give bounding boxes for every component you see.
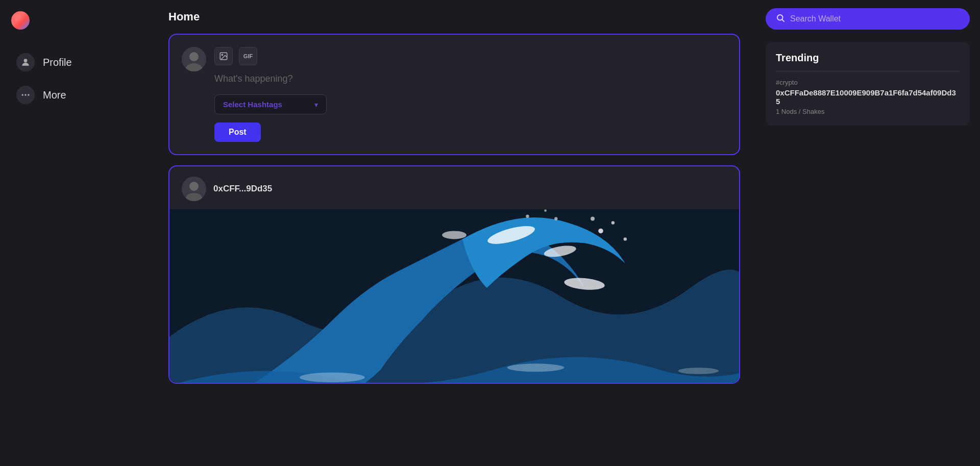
image-upload-button[interactable]	[214, 47, 233, 65]
hashtag-select-dropdown[interactable]: Select Hashtags ▾	[214, 94, 327, 114]
composer-body: GIF What's happening? Select Hashtags ▾ …	[214, 47, 727, 142]
page-title: Home	[168, 10, 740, 23]
search-bar[interactable]	[766, 8, 970, 30]
post-image	[169, 209, 739, 383]
svg-point-21	[554, 217, 557, 220]
post-button[interactable]: Post	[214, 122, 261, 142]
sidebar: Profile More	[0, 0, 153, 466]
composer-placeholder: What's happening?	[214, 73, 293, 84]
logo[interactable]	[10, 10, 31, 31]
svg-point-5	[189, 52, 199, 61]
profile-label: Profile	[43, 57, 72, 68]
search-input[interactable]	[790, 14, 960, 23]
trending-stats: 1 Nods / Shakes	[776, 108, 960, 115]
svg-point-8	[222, 54, 223, 55]
post-header: 0xCFF...9Dd35	[169, 166, 739, 209]
composer-top: GIF What's happening? Select Hashtags ▾ …	[182, 47, 727, 142]
post-author-avatar	[182, 177, 206, 201]
svg-point-16	[442, 231, 467, 239]
svg-point-25	[507, 363, 565, 372]
trending-title: Trending	[776, 52, 960, 71]
profile-icon	[16, 53, 35, 71]
more-icon	[16, 86, 35, 104]
svg-line-28	[782, 19, 784, 21]
svg-point-27	[777, 15, 783, 20]
more-label: More	[43, 89, 66, 101]
svg-point-23	[526, 215, 529, 218]
svg-point-2	[24, 94, 26, 95]
svg-point-19	[591, 217, 595, 221]
main-content: Home	[153, 0, 755, 466]
right-sidebar: Trending #crypto 0xCFFaDe8887E10009E909B…	[755, 0, 980, 466]
post-username: 0xCFF...9Dd35	[213, 184, 272, 194]
svg-point-26	[678, 367, 719, 374]
media-icons: GIF	[214, 47, 727, 65]
svg-point-24	[300, 373, 365, 382]
svg-point-20	[624, 237, 627, 240]
trending-address[interactable]: 0xCFFaDe8887E10009E909B7a1F6fa7d54af09Dd…	[776, 88, 960, 106]
search-icon	[776, 13, 785, 24]
hashtag-select-label: Select Hashtags	[223, 100, 282, 109]
svg-point-10	[189, 182, 199, 191]
sidebar-item-profile[interactable]: Profile	[10, 46, 143, 79]
composer-card: GIF What's happening? Select Hashtags ▾ …	[168, 34, 740, 155]
trending-tag: #crypto	[776, 79, 960, 86]
svg-point-22	[544, 209, 547, 212]
chevron-down-icon: ▾	[314, 101, 318, 109]
gif-label: GIF	[243, 53, 253, 59]
svg-point-1	[22, 94, 23, 95]
user-avatar	[182, 47, 206, 71]
gif-upload-button[interactable]: GIF	[239, 47, 257, 65]
post-text-input[interactable]: What's happening?	[214, 73, 727, 84]
svg-point-18	[611, 221, 615, 224]
svg-point-0	[24, 59, 28, 62]
svg-point-17	[598, 229, 603, 234]
feed-post-card: 0xCFF...9Dd35	[168, 165, 740, 384]
trending-box: Trending #crypto 0xCFFaDe8887E10009E909B…	[766, 42, 970, 126]
svg-point-3	[28, 94, 29, 95]
sidebar-item-more[interactable]: More	[10, 79, 143, 111]
